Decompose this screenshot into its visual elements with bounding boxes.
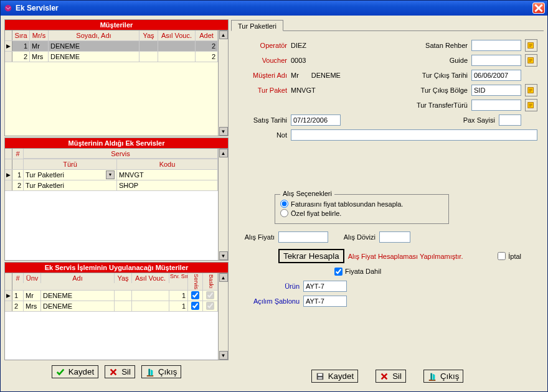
not-input[interactable]	[291, 129, 537, 141]
service-row[interactable]: 2 Tur Paketleri SHOP	[5, 180, 228, 191]
val-voucher: 0003	[291, 57, 306, 64]
scroll-up-icon[interactable]: ▲	[219, 273, 228, 282]
scroll-down-icon[interactable]: ▼	[219, 127, 228, 136]
form-area: Operatör DIEZ Satan Rehber Voucher 0003 …	[231, 35, 544, 365]
services-header: Müşterinin Aldığı Ek Servisler	[4, 138, 229, 149]
col-asil[interactable]: Asıl Vouc.	[132, 273, 169, 283]
tab-tur-paketleri[interactable]: Tur Paketleri	[231, 20, 283, 31]
servis-checkbox[interactable]	[191, 302, 199, 310]
col-yas[interactable]: Yaş	[139, 30, 158, 40]
cikis-button[interactable]: Çıkış	[141, 365, 181, 378]
apply-grid[interactable]: # Ünv Adı Yaş Asıl Vouc. Srv. Sıra Servi…	[4, 273, 229, 360]
apply-row[interactable]: 2 Mrs DENEME 1	[5, 301, 228, 312]
radio-fatura[interactable]	[280, 200, 288, 208]
scroll-down-icon[interactable]: ▼	[219, 251, 228, 260]
turciktar-input[interactable]	[471, 70, 521, 81]
svg-rect-2	[147, 375, 154, 376]
alisfiyat-input[interactable]	[278, 231, 328, 243]
svg-rect-1	[148, 368, 150, 375]
col-turu[interactable]: Türü	[24, 159, 117, 169]
radio-ozel[interactable]	[280, 209, 288, 217]
lbl-alisfiyat: Alış Fiyatı	[237, 233, 275, 241]
services-scrollbar[interactable]: ▲ ▼	[218, 149, 228, 260]
baski-checkbox[interactable]	[206, 291, 214, 299]
customers-header: Müşteriler	[4, 19, 229, 30]
lookup-transfer-button[interactable]	[525, 99, 537, 111]
col-num[interactable]: #	[12, 273, 24, 283]
lbl-urun: Ürün	[237, 282, 300, 290]
col-adi[interactable]: Adı	[41, 273, 115, 283]
scroll-up-icon[interactable]: ▲	[219, 30, 228, 39]
row-indicator-icon: ▶	[5, 291, 12, 301]
col-sira[interactable]: Sıra	[12, 30, 30, 40]
cikis-button-right[interactable]: Çıkış	[423, 370, 463, 383]
urun-input[interactable]	[303, 281, 347, 292]
col-kodu[interactable]: Kodu	[117, 159, 218, 169]
scroll-down-icon[interactable]: ▼	[219, 351, 228, 360]
apply-header: Ek Servis İşleminin Uygulanacağı Müşteri…	[4, 262, 229, 273]
lookup-guide-button[interactable]	[525, 54, 537, 67]
alisdoviz-input[interactable]	[379, 231, 410, 243]
customers-scrollbar[interactable]: ▲ ▼	[218, 30, 228, 136]
lookup-satan-button[interactable]	[525, 39, 537, 52]
lbl-acilim: Açılım Şablonu	[237, 297, 300, 305]
sil-button-right[interactable]: Sil	[376, 370, 406, 383]
close-button[interactable]	[532, 2, 545, 14]
turtransfer-input[interactable]	[471, 100, 521, 111]
pax-input[interactable]	[499, 114, 521, 126]
customer-row[interactable]: 2 Mrs DENEME 2	[5, 52, 228, 62]
apply-row[interactable]: ▶ 1 Mr DENEME 1	[5, 291, 228, 301]
lbl-satis: Satış Tarihi	[237, 116, 287, 124]
apply-scrollbar[interactable]: ▲ ▼	[218, 273, 228, 360]
window-title: Ek Servisler	[16, 4, 532, 12]
lbl-operator: Operatör	[237, 42, 287, 49]
lbl-guide: Guide	[405, 57, 468, 64]
col-mrs[interactable]: Mr/s	[30, 30, 49, 40]
guide-input[interactable]	[471, 55, 521, 66]
col-srv[interactable]: Srv. Sıra	[169, 273, 188, 290]
left-column: Müşteriler Sıra Mr/s Soyadı, Adı Yaş Ası…	[4, 19, 229, 388]
right-button-row: Kaydet Sil Çıkış	[231, 365, 544, 388]
col-yas[interactable]: Yaş	[115, 273, 132, 283]
right-column: Tur Paketleri Operatör DIEZ Satan Rehber…	[231, 19, 544, 388]
sil-button[interactable]: Sil	[105, 365, 135, 378]
satan-input[interactable]	[471, 40, 521, 51]
servis-checkbox[interactable]	[191, 291, 199, 299]
tekrar-hesapla-button[interactable]: Tekrar Hesapla	[278, 249, 344, 263]
lbl-turpaket: Tur Paket	[237, 86, 287, 94]
status-text: Alış Fiyat Hesaplaması Yapılmamıştır.	[348, 253, 463, 260]
scroll-up-icon[interactable]: ▲	[219, 149, 228, 157]
col-adet[interactable]: Adet	[196, 30, 218, 40]
svg-rect-10	[430, 373, 432, 380]
turcikbol-input[interactable]	[471, 85, 521, 96]
service-row[interactable]: ▶ 1 Tur Paketleri ▼ MNVGT	[5, 170, 228, 180]
app-icon	[3, 3, 13, 13]
col-name[interactable]: Soyadı, Adı	[49, 30, 139, 40]
lbl-satan: Satan Rehber	[405, 42, 468, 49]
col-unv[interactable]: Ünv	[24, 273, 41, 283]
customer-row[interactable]: ▶ 1 Mr DENEME 2	[5, 41, 228, 52]
content-area: Müşteriler Sıra Mr/s Soyadı, Adı Yaş Ası…	[1, 16, 547, 391]
satis-input[interactable]	[291, 114, 341, 126]
kaydet-button[interactable]: Kaydet	[52, 365, 99, 378]
lbl-voucher: Voucher	[237, 57, 287, 64]
lookup-bolge-button[interactable]	[525, 84, 537, 96]
row-indicator-icon: ▶	[5, 170, 12, 180]
left-button-row: Kaydet Sil Çıkış	[4, 360, 229, 383]
baski-checkbox[interactable]	[206, 302, 214, 310]
fiyatadahil-checkbox[interactable]	[334, 268, 342, 276]
col-num[interactable]: #	[12, 149, 24, 159]
svg-rect-8	[318, 373, 322, 376]
iptal-checkbox[interactable]	[498, 252, 506, 260]
col-baski[interactable]: Baskı	[203, 273, 218, 290]
acilim-input[interactable]	[303, 296, 347, 307]
dropdown-icon[interactable]: ▼	[106, 170, 115, 179]
alis-group-title: Alış Seçenekleri	[280, 190, 334, 197]
customers-grid[interactable]: Sıra Mr/s Soyadı, Adı Yaş Asıl Vouc. Ade…	[4, 30, 229, 136]
kaydet-button-right[interactable]: Kaydet	[311, 370, 359, 383]
col-asil[interactable]: Asıl Vouc.	[158, 30, 196, 40]
lbl-turcikbol: Tur Çıkış Bölge	[405, 86, 468, 94]
col-servis[interactable]: Servis	[188, 273, 203, 290]
services-grid[interactable]: # Servis Türü Kodu ▶ 1 Tur Paketleri	[4, 149, 229, 261]
col-servis[interactable]: Servis	[24, 149, 218, 159]
